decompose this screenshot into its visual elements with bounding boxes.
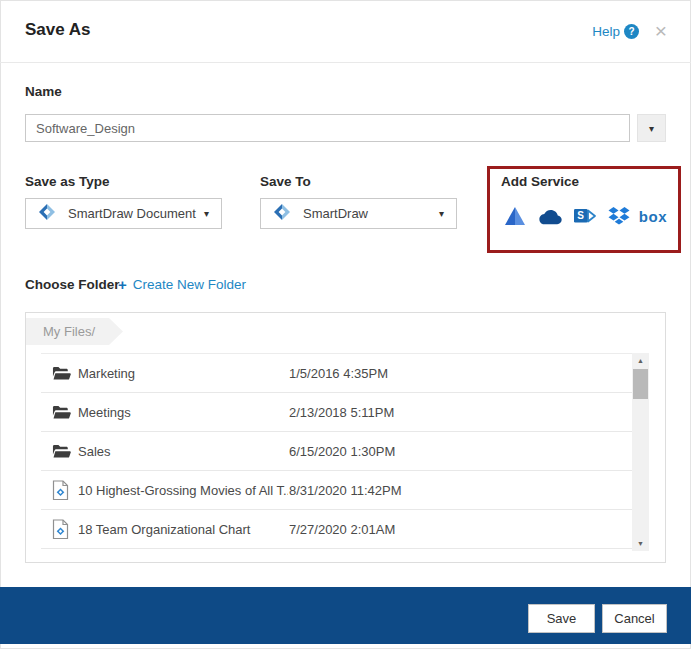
item-name: 10 Highest-Grossing Movies of All T... (78, 483, 288, 498)
item-name: Marketing (78, 366, 288, 381)
help-question-icon[interactable]: ? (624, 24, 639, 39)
dropbox-icon[interactable] (608, 206, 630, 226)
chevron-down-icon: ▾ (439, 208, 444, 219)
item-date: 2/13/2018 5:11PM (289, 405, 394, 420)
scrollbar[interactable]: ▲ ▼ (632, 353, 649, 551)
header-divider (0, 62, 691, 63)
smartdraw-logo-icon (273, 203, 291, 225)
add-service-label: Add Service (501, 174, 579, 189)
box-icon[interactable]: box (639, 208, 667, 225)
google-drive-icon[interactable] (503, 206, 527, 227)
sharepoint-icon[interactable]: S (573, 206, 598, 226)
scrollbar-thumb[interactable] (633, 369, 648, 399)
page-title: Save As (25, 20, 91, 40)
breadcrumb[interactable]: My Files/ (26, 318, 123, 345)
cancel-button[interactable]: Cancel (602, 604, 667, 633)
choose-folder-label: Choose Folder (25, 277, 120, 292)
save-to-label: Save To (260, 174, 311, 189)
folder-icon (52, 365, 78, 381)
item-name: Meetings (78, 405, 288, 420)
list-item[interactable]: Sales 6/15/2020 1:30PM (41, 432, 632, 471)
scroll-up-icon[interactable]: ▲ (632, 353, 649, 368)
save-as-type-value: SmartDraw Document (68, 206, 204, 221)
chevron-down-icon: ▾ (204, 208, 209, 219)
close-icon[interactable]: × (655, 22, 667, 40)
smartdraw-document-icon (52, 519, 78, 540)
name-label: Name (25, 84, 62, 99)
list-item[interactable]: 10 Highest-Grossing Movies of All T... 8… (41, 471, 632, 510)
item-name: Sales (78, 444, 288, 459)
smartdraw-document-icon (52, 480, 78, 501)
create-new-folder-label: Create New Folder (133, 277, 246, 292)
list-item[interactable]: 18 Team Organizational Chart 7/27/2020 2… (41, 510, 632, 549)
plus-icon: + (118, 276, 127, 293)
chevron-down-icon: ▾ (649, 123, 654, 134)
folder-icon (52, 404, 78, 420)
list-item[interactable]: Marketing 1/5/2016 4:35PM (41, 354, 632, 393)
folder-browser-panel: My Files/ Marketing 1/5/2016 4:35PM (25, 312, 666, 563)
onedrive-icon[interactable] (536, 208, 564, 225)
name-input[interactable] (25, 114, 630, 142)
save-as-type-label: Save as Type (25, 174, 110, 189)
save-button[interactable]: Save (528, 604, 595, 633)
item-date: 8/31/2020 11:42PM (289, 483, 402, 498)
save-as-dialog: Save As Help ? × Name ▾ Save as Type Sma… (0, 0, 691, 649)
item-date: 7/27/2020 2:01AM (289, 522, 395, 537)
save-as-type-select[interactable]: SmartDraw Document ▾ (25, 198, 222, 229)
smartdraw-logo-icon (38, 203, 56, 225)
svg-text:S: S (578, 210, 585, 221)
list-item[interactable]: Meetings 2/13/2018 5:11PM (41, 393, 632, 432)
file-list: Marketing 1/5/2016 4:35PM Meetings 2/13/… (41, 353, 632, 549)
service-icons-row: S box (503, 203, 667, 229)
save-to-select[interactable]: SmartDraw ▾ (260, 198, 457, 229)
create-new-folder-link[interactable]: + Create New Folder (118, 276, 246, 293)
item-date: 1/5/2016 4:35PM (289, 366, 388, 381)
help-link-label: Help (592, 24, 620, 39)
footer-bar: Save Cancel (0, 587, 691, 644)
item-date: 6/15/2020 1:30PM (289, 444, 395, 459)
breadcrumb-label: My Files/ (43, 324, 95, 339)
scroll-down-icon[interactable]: ▼ (632, 536, 649, 551)
folder-icon (52, 443, 78, 459)
name-dropdown-button[interactable]: ▾ (637, 114, 666, 142)
save-to-value: SmartDraw (303, 206, 439, 221)
item-name: 18 Team Organizational Chart (78, 522, 288, 537)
help-link[interactable]: Help ? (592, 24, 639, 39)
